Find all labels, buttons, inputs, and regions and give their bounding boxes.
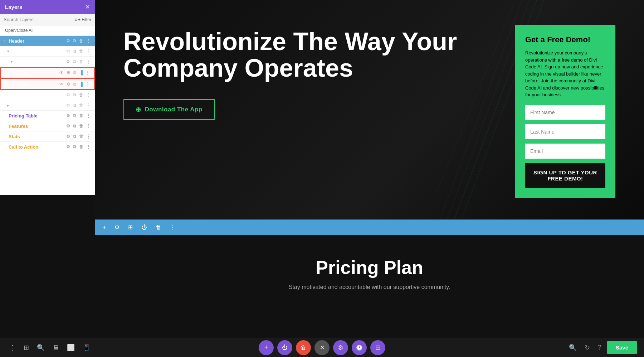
help-button[interactable]: ? [596,342,604,353]
trash-icon[interactable]: 🗑 [78,38,84,44]
download-icon: ⊕ [136,106,141,114]
layer-item-button[interactable]: Button ⚙ ⧉ 🗑 ⋮ [0,90,95,100]
layers-header: Layers ✕ [0,0,95,14]
copy-icon[interactable]: ⧉ [72,102,77,108]
open-close-all-button[interactable]: Open/Close All [0,25,95,36]
gear-icon[interactable]: ⚙ [65,123,71,129]
dots-icon[interactable]: ⋮ [86,134,91,139]
desktop-view-button[interactable]: 🖥 [50,342,61,353]
layer-item-row[interactable]: ▾ Row ⚙ ⧉ 🗑 ⋮ [0,46,95,57]
copy-icon[interactable]: ⧉ [72,59,77,64]
sliders-button[interactable]: ⊟ [370,340,385,355]
download-btn-label: Download The App [145,106,203,113]
dots-icon[interactable]: ⋮ [85,70,91,76]
hero-title: Revolutionize The Way Your Company Opera… [123,29,501,81]
layer-item-header[interactable]: ▾ Header ⚙ ⧉ 🗑 ⋮ [0,36,95,46]
copy-icon[interactable]: ⧉ [72,92,77,98]
copy-icon[interactable]: ⧉ [72,38,77,44]
add-button[interactable]: + [259,340,274,355]
dots-icon[interactable]: ⋮ [86,38,91,44]
trash-icon[interactable]: 🗑 [78,48,84,54]
zoom-button[interactable]: 🔍 [567,342,579,353]
email-input[interactable] [525,144,605,159]
dots-icon[interactable]: ⋮ [86,59,91,64]
gear-icon[interactable]: ⚙ [65,113,71,119]
chart-icon[interactable]: ▐ [79,81,83,87]
eye-icon[interactable]: 👁 [59,70,64,76]
dots-icon[interactable]: ⋮ [86,102,91,108]
dots-icon[interactable]: ⋮ [86,48,91,54]
layers-title: Layers [5,4,22,10]
gear-icon[interactable]: ⚙ [65,48,71,54]
layers-panel: Layers ✕ ≡ + Filter Open/Close All ▾ Hea… [0,0,95,195]
demo-submit-button[interactable]: SIGN UP TO GET YOUR FREE DEMO! [525,163,605,188]
layer-item-column1[interactable]: ▾ Column ⚙ ⧉ 🗑 ⋮ [0,57,95,67]
trash-icon[interactable]: 🗑 [78,134,84,139]
eye-icon[interactable]: 👁 [59,81,64,87]
power-button[interactable]: ⏻ [139,223,149,232]
settings-button[interactable]: ⚙ [112,222,122,232]
layer-item-cta[interactable]: Call to Action ⚙ ⧉ 🗑 ⋮ [0,142,95,152]
dots-icon[interactable]: ⋮ [86,92,91,98]
gear-icon[interactable]: ⚙ [65,134,71,139]
layer-item-features[interactable]: Features ⚙ ⧉ 🗑 ⋮ [0,121,95,131]
grid-view-button[interactable]: ⊞ [21,342,31,353]
settings-button[interactable]: ⚙ [333,340,348,355]
first-name-input[interactable] [525,105,605,120]
mobile-view-button[interactable]: 📱 [80,342,93,353]
trash-icon[interactable]: 🗑 [78,144,84,150]
dots-icon[interactable]: ⋮ [86,113,91,119]
dots-button[interactable]: ⋮ [168,222,178,232]
copy-icon[interactable]: ⧉ [73,81,77,87]
chart-icon[interactable]: ▐ [79,70,83,76]
layers-search-row: ≡ + Filter [0,14,95,25]
dots-icon[interactable]: ⋮ [86,123,91,129]
close-button[interactable]: ✕ [314,340,330,355]
copy-icon[interactable]: ⧉ [72,123,77,129]
gear-icon[interactable]: ⚙ [65,38,71,44]
copy-icon[interactable]: ⧉ [72,113,77,119]
trash-icon[interactable]: 🗑 [78,102,84,108]
hamburger-button[interactable]: ⋮ [7,342,18,353]
trash-button[interactable]: 🗑 [296,340,311,355]
layers-search-input[interactable] [4,17,72,22]
gear-icon[interactable]: ⚙ [66,70,71,76]
layer-item-stats[interactable]: Stats ⚙ ⧉ 🗑 ⋮ [0,131,95,142]
gear-icon[interactable]: ⚙ [66,81,71,87]
trash-icon[interactable]: 🗑 [78,123,84,129]
tablet-view-button[interactable]: ⬜ [65,342,77,353]
demo-card-title: Get a Free Demo! [525,35,605,44]
layers-close-button[interactable]: ✕ [85,4,90,10]
gear-icon[interactable]: ⚙ [65,144,71,150]
layer-item-column2[interactable]: ▸ Column ⚙ ⧉ 🗑 ⋮ [0,100,95,111]
trash-icon[interactable]: 🗑 [78,113,84,119]
dots-icon[interactable]: ⋮ [85,81,91,87]
grid-button[interactable]: ⊞ [126,222,135,232]
history-button[interactable]: 🕐 [352,340,367,355]
copy-icon[interactable]: ⧉ [73,70,77,76]
search-button[interactable]: 🔍 [35,342,47,353]
hero-left-column: Revolutionize The Way Your Company Opera… [123,21,515,120]
pricing-subtitle: Stay motivated and accountable with our … [123,284,615,290]
last-name-input[interactable] [525,124,605,139]
layer-item-text2[interactable]: Text 👁 ⚙ ⧉ ▐ ⋮ [0,78,95,90]
trash-icon[interactable]: 🗑 [78,92,84,98]
gear-icon[interactable]: ⚙ [65,59,71,64]
dots-icon[interactable]: ⋮ [86,144,91,150]
layer-item-pricing-table[interactable]: Pricing Table ⚙ ⧉ 🗑 ⋮ [0,111,95,121]
trash-button[interactable]: 🗑 [153,223,164,232]
gear-icon[interactable]: ⚙ [65,92,71,98]
undo-button[interactable]: ↻ [582,342,592,353]
add-section-button[interactable]: + [101,223,108,232]
power-button[interactable]: ⏻ [277,340,292,355]
download-app-button[interactable]: ⊕ Download The App [123,99,215,120]
layer-label: Column [16,59,65,64]
copy-icon[interactable]: ⧉ [72,144,77,150]
copy-icon[interactable]: ⧉ [72,134,77,139]
save-button[interactable]: Save [607,341,637,354]
gear-icon[interactable]: ⚙ [65,102,71,108]
trash-icon[interactable]: 🗑 [78,59,84,64]
filter-button[interactable]: ≡ + Filter [74,17,91,22]
layer-item-text1[interactable]: Text 👁 ⚙ ⧉ ▐ ⋮ [0,67,95,78]
copy-icon[interactable]: ⧉ [72,48,77,54]
